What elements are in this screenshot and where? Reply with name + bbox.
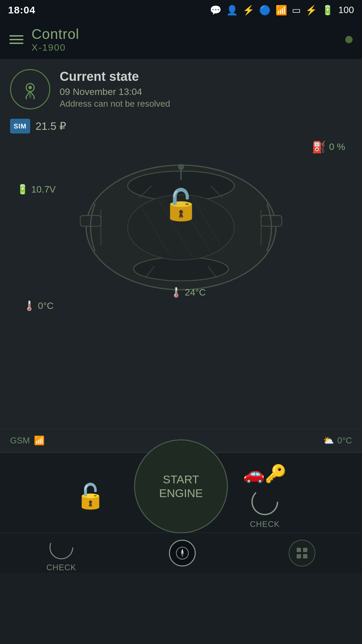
weather-temp: 0°C	[337, 435, 352, 446]
svg-rect-29	[303, 554, 307, 558]
current-state-title: Current state	[60, 69, 170, 84]
fuel-indicator: ⛽ 0 %	[312, 140, 345, 154]
status-dot-icon	[345, 36, 353, 43]
empty-space	[0, 315, 362, 429]
header: Control X-1900	[0, 20, 362, 59]
battery-icon-car: 🔋	[17, 184, 28, 195]
header-left: Control X-1900	[9, 26, 79, 53]
header-title-block: Control X-1900	[32, 26, 79, 53]
svg-rect-28	[297, 554, 301, 558]
sim-row: SIM 21.5 ₽	[10, 119, 352, 133]
car-top-view-svg	[47, 150, 315, 305]
lock-status-icon: 🔓	[162, 187, 200, 222]
car-key-icon: 🚗🔑	[243, 464, 287, 484]
battery-level: 100	[338, 5, 354, 15]
current-state-address: Address can not be resolved	[60, 99, 170, 109]
thermometer-inside-icon: 🌡️	[170, 287, 182, 298]
svg-rect-26	[297, 548, 301, 552]
weather-info: ⛅ 0°C	[323, 435, 352, 446]
nav-check-button[interactable]: CHECK	[46, 534, 76, 572]
message-icon: 💬	[210, 5, 222, 16]
bluetooth-icon: 🔵	[259, 5, 271, 16]
menu-button[interactable]	[9, 35, 23, 44]
start-engine-label: START ENGINE	[159, 473, 203, 500]
location-icon	[20, 79, 40, 99]
check-circle-icon	[48, 534, 75, 561]
current-state-row: Current state 09 November 13:04 Address …	[10, 69, 352, 109]
signal-bars-icon: 📶	[34, 435, 45, 446]
location-icon-circle	[10, 69, 50, 109]
wifi-icon: 📶	[276, 5, 287, 16]
check-nav-label: CHECK	[46, 563, 76, 572]
status-icons: 💬 👤 ⚡ 🔵 📶 ▭ ⚡ 🔋 100	[210, 5, 354, 16]
temp-outside: 🌡️ 0°C	[23, 300, 54, 311]
unlock-icon: 🔓	[75, 482, 106, 511]
grid-icon	[289, 540, 315, 567]
status-time: 18:04	[8, 4, 36, 16]
svg-point-25	[181, 552, 183, 554]
svg-point-20	[252, 489, 278, 515]
temp-inside: 🌡️ 24°C	[170, 287, 206, 298]
compass-icon	[169, 540, 196, 567]
app-title: Control	[32, 26, 79, 42]
svg-point-1	[28, 86, 32, 89]
sim-card-icon: ▭	[292, 5, 301, 16]
current-state-date: 09 November 13:04	[60, 87, 170, 97]
nav-bar: CHECK	[0, 533, 362, 573]
current-state-text: Current state 09 November 13:04 Address …	[60, 69, 170, 109]
car-area: ⛽ 0 % 🔋 10.7V	[10, 140, 352, 315]
bottom-action-bar: 🔓 START ENGINE 🚗🔑 CHECK	[0, 452, 362, 533]
fuel-percent: 0 %	[329, 142, 345, 152]
gsm-label: GSM	[10, 435, 30, 446]
svg-point-21	[50, 536, 73, 559]
car-top-view-wrapper: 🔓	[47, 150, 315, 305]
person-icon: 👤	[226, 5, 238, 16]
sim-icon: SIM	[10, 119, 30, 133]
temp-outside-value: 0°C	[38, 301, 54, 311]
svg-rect-27	[303, 548, 307, 552]
charge-icon: ⚡	[305, 5, 317, 16]
battery-icon: 🔋	[322, 5, 334, 16]
unlock-button[interactable]: 🔓	[75, 482, 106, 511]
status-bar: 18:04 💬 👤 ⚡ 🔵 📶 ▭ ⚡ 🔋 100	[0, 0, 362, 20]
check-label: CHECK	[250, 520, 280, 529]
thermometer-outside-icon: 🌡️	[23, 300, 35, 311]
usb-icon: ⚡	[243, 5, 254, 16]
device-id: X-1900	[32, 42, 79, 53]
weather-icon: ⛅	[323, 435, 334, 446]
svg-point-4	[133, 257, 228, 281]
nav-compass-button[interactable]	[169, 540, 196, 567]
main-content: Current state 09 November 13:04 Address …	[0, 59, 362, 315]
start-engine-button[interactable]: START ENGINE	[134, 439, 228, 533]
check-spinner-icon	[250, 487, 280, 517]
svg-point-19	[179, 164, 183, 169]
gsm-info: GSM 📶	[10, 435, 45, 446]
check-car-button[interactable]: 🚗🔑 CHECK	[243, 464, 287, 529]
sim-balance: 21.5 ₽	[36, 120, 66, 132]
nav-grid-button[interactable]	[289, 540, 315, 567]
temp-inside-value: 24°C	[185, 287, 206, 298]
